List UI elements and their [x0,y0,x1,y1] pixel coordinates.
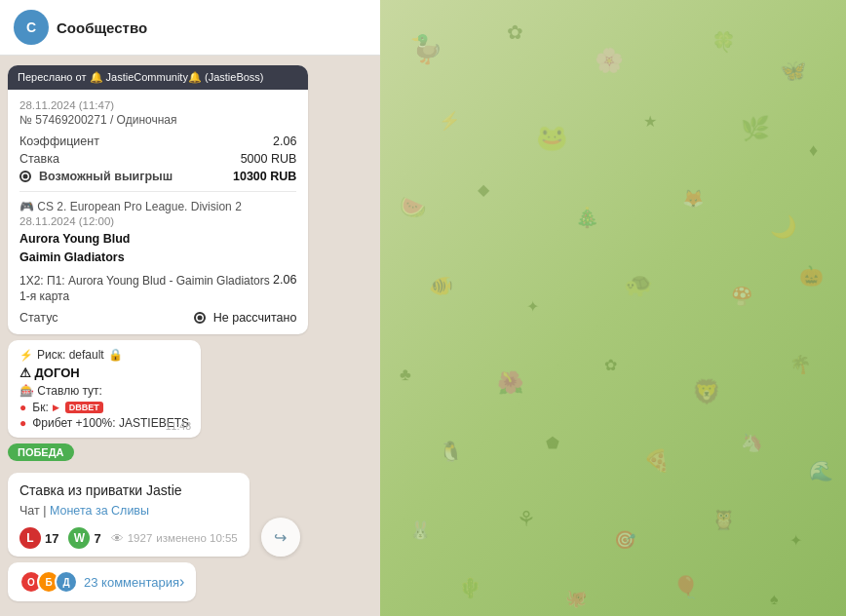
play-icon: ▶ [53,403,59,412]
svg-text:🌺: 🌺 [497,369,524,396]
forwarded-bar: Переслано от 🔔 JastieCommunity🔔 (JastieB… [8,65,308,90]
stake-value: 5000 RUB [241,152,297,166]
vote-w-count: 7 [94,531,100,546]
chat-link-row: Чат | Монета за Сливы [19,504,238,518]
risk-line: ⚡ Риск: default 🔒 [19,348,189,362]
changed-label: изменено 10:55 [156,532,237,544]
game-title-row: 🎮 CS 2. European Pro League. Division 2 [19,200,296,213]
svg-text:🐠: 🐠 [429,274,453,297]
svg-text:🎯: 🎯 [614,529,636,551]
bet-desc: 1X2: П1: Aurora Young Blud - Gaimin Glad… [19,273,273,306]
svg-text:🐢: 🐢 [624,270,653,298]
freebet-line: ● Фрибет +100%: JASTIEBETS [19,416,189,430]
svg-text:🍕: 🍕 [643,447,671,474]
comments-bar[interactable]: О Б Д 23 комментария › [8,562,196,601]
comments-count[interactable]: 23 комментария [84,575,179,590]
svg-text:🌙: 🌙 [770,213,797,240]
status-radio-icon [194,312,206,324]
svg-text:🐰: 🐰 [409,520,432,541]
dogon-card: ⚡ Риск: default 🔒 ⚠ ДОГОН 🎰 Ставлю тут: … [8,340,201,438]
svg-text:✦: ✦ [789,532,802,549]
svg-text:✿: ✿ [604,357,617,373]
forwarded-text: Переслано от 🔔 JastieCommunity🔔 (JastieB… [18,71,264,84]
svg-text:🐧: 🐧 [439,440,463,463]
svg-text:⚡: ⚡ [439,110,461,132]
bet-description-row: 1X2: П1: Aurora Young Blud - Gaimin Glad… [19,273,296,306]
vote-l-icon: L [19,527,41,549]
coefficient-row: Коэффициент 2.06 [19,135,296,148]
svg-text:🎄: 🎄 [575,206,599,229]
doodle-background: 🦆 ✿ 🌸 🍀 🦋 ⚡ 🐸 ★ 🌿 ♦ 🍉 ◆ 🎄 🦊 🌙 🐠 ✦ 🐢 🍄 🎃 … [380,0,846,616]
win-label: Возможный выигрыш [19,170,173,183]
svg-text:🌴: 🌴 [789,354,812,375]
svg-text:🦋: 🦋 [780,58,807,84]
chevron-right-icon: › [179,573,184,591]
status-row: Статус Не рассчитано [19,311,296,325]
chat-link[interactable]: Чат [19,504,40,518]
coins-link[interactable]: Монета за Сливы [50,504,149,518]
svg-text:★: ★ [643,113,657,130]
risk-label: Риск: default [37,348,104,362]
stavka-message: Ставка из приватки Jastie Чат | Монета з… [8,473,250,557]
team1: Aurora Young Blud [19,230,296,249]
svg-text:🦊: 🦊 [682,188,705,210]
svg-text:✿: ✿ [507,21,523,43]
radio-icon [19,171,31,182]
game-icon: 🎮 [19,200,34,213]
svg-text:🐙: 🐙 [565,588,588,609]
red-dot-icon: ● [19,401,26,414]
teams: Aurora Young Blud Gaimin Gladiators [19,230,296,267]
view-count: 1927 [128,532,153,544]
bet-number: № 57469200271 / Одиночная [19,113,296,127]
channel-header[interactable]: С Сообщество [0,0,380,56]
vote-l-count: 17 [45,531,58,546]
svg-text:🍀: 🍀 [711,30,736,54]
avatar-3: Д [55,570,78,594]
comments-left: О Б Д 23 комментария [19,570,179,594]
lock-icon: 🔒 [108,348,123,362]
left-panel: С Сообщество Переслано от 🔔 JastieCommun… [0,0,380,616]
red-dot2-icon: ● [19,416,26,430]
vote-w-icon: W [68,527,90,549]
dogon-title: ⚠ ДОГОН [19,366,189,380]
vote-l-btn[interactable]: L 17 [19,527,58,549]
svg-text:🎃: 🎃 [799,264,824,288]
bk-label: Бк: [32,401,48,414]
coefficient-label: Коэффициент [19,135,99,148]
svg-text:✦: ✦ [526,298,539,315]
team2: Gaimin Gladiators [19,249,296,267]
vote-w-btn[interactable]: W 7 [68,527,100,549]
stake-label: Ставка [19,152,59,166]
svg-text:🍄: 🍄 [731,286,753,307]
stake-row: Ставка 5000 RUB [19,152,296,166]
svg-text:⬟: ⬟ [546,435,559,451]
svg-text:🐸: 🐸 [536,122,568,153]
svg-text:🍉: 🍉 [400,194,427,220]
svg-text:◆: ◆ [478,181,490,198]
game-info: 🎮 CS 2. European Pro League. Division 2 … [19,200,296,267]
svg-text:♠: ♠ [770,591,779,607]
svg-text:⚘: ⚘ [517,507,536,531]
stavka-title: Ставка из приватки Jastie [19,482,238,498]
view-row: 👁 1927 изменено 10:55 [111,531,238,546]
svg-text:♣: ♣ [400,365,411,384]
game-date: 28.11.2024 (12:00) [19,215,296,227]
channel-avatar: С [14,10,49,45]
svg-text:🌸: 🌸 [595,46,624,74]
view-icon: 👁 [111,531,124,546]
messages-area[interactable]: Переслано от 🔔 JastieCommunity🔔 (JastieB… [0,56,380,616]
svg-text:🌵: 🌵 [458,576,482,599]
svg-text:🦄: 🦄 [741,432,763,453]
bet-date: 28.11.2024 (11:47) [19,99,296,111]
bet-meta: 28.11.2024 (11:47) № 57469200271 / Одино… [19,99,296,127]
bet-card: Переслано от 🔔 JastieCommunity🔔 (JastieB… [8,65,308,334]
risk-badge: ⚡ [19,349,33,362]
pobeda-badge: ПОБЕДА [8,443,74,461]
bet-coef: 2.06 [273,273,296,287]
forward-button[interactable]: ↪ [261,518,300,557]
game-title: CS 2. European Pro League. Division 2 [37,200,241,213]
votes-row: L 17 W 7 👁 1927 изменено 10:55 [19,527,238,549]
channel-title: Сообщество [57,19,147,36]
right-panel: 🦆 ✿ 🌸 🍀 🦋 ⚡ 🐸 ★ 🌿 ♦ 🍉 ◆ 🎄 🦊 🌙 🐠 ✦ 🐢 🍄 🎃 … [380,0,846,616]
win-value: 10300 RUB [233,170,296,183]
